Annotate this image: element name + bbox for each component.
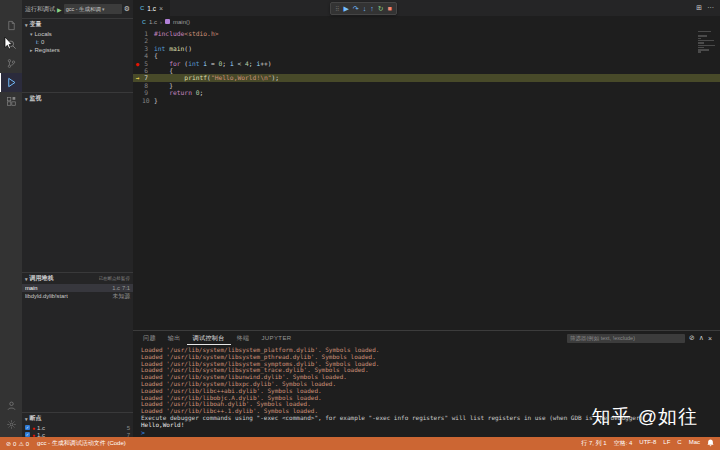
line-number: 5: [142, 60, 154, 67]
breadcrumb[interactable]: C 1.c › main(): [133, 16, 720, 27]
editor-tab-bar: C 1.c × ⊞ ⋯: [133, 0, 720, 16]
close-tab-icon[interactable]: ×: [159, 5, 163, 12]
stack-frame[interactable]: main1.c7:1: [22, 284, 133, 292]
settings-icon[interactable]: [0, 415, 22, 434]
maximize-panel-icon[interactable]: ∧: [699, 334, 704, 342]
code-line[interactable]: ●5 for (int i = 0; i < 4; i++): [133, 60, 720, 67]
code-token: ;: [222, 60, 230, 67]
code-line[interactable]: 2: [133, 37, 720, 44]
more-actions-icon[interactable]: ⋯: [707, 4, 714, 12]
code-editor[interactable]: 1#include<stdio.h>23int main()4{●5 for (…: [133, 27, 720, 330]
console-prompt-icon: >: [141, 429, 145, 437]
status-item-1[interactable]: 空格: 4: [614, 439, 633, 448]
continue-button[interactable]: ▶: [343, 5, 348, 12]
debug-config-dropdown[interactable]: gcc - 生成和调 ▾: [64, 4, 122, 14]
status-item-5[interactable]: Mac: [689, 439, 700, 448]
locals-group[interactable]: ▾ Locals: [22, 30, 133, 38]
source-control-icon[interactable]: [0, 54, 22, 73]
console-input[interactable]: >: [133, 429, 720, 437]
code-line[interactable]: 8 }: [133, 82, 720, 89]
code-token: [154, 60, 169, 67]
frame-file: 1.c: [112, 285, 120, 291]
chevron-down-icon: ▾: [25, 276, 28, 282]
code-token: int: [188, 60, 199, 67]
bell-icon[interactable]: [707, 439, 714, 448]
registers-group[interactable]: ▸ Registers: [22, 46, 133, 54]
gutter: [133, 30, 142, 37]
line-number: 6: [142, 67, 154, 74]
tab-1c[interactable]: C 1.c ×: [133, 0, 170, 16]
breakpoint-item[interactable]: ✓●1.c5: [22, 424, 133, 431]
registers-label: Registers: [35, 47, 60, 53]
code-line[interactable]: →7 printf("Hello,World!\n");: [133, 74, 720, 81]
code-line[interactable]: 6 {: [133, 67, 720, 74]
code-line[interactable]: 9 return 0;: [133, 89, 720, 96]
panel-tab-2[interactable]: 调试控制台: [187, 331, 231, 345]
panel-tab-4[interactable]: JUPYTER: [255, 331, 297, 345]
code-line[interactable]: 3int main(): [133, 45, 720, 52]
code-line[interactable]: 10}: [133, 97, 720, 104]
breakpoints-section: ▾ 断点 ✓●1.c5✓●1.c7: [22, 412, 133, 437]
problems-status[interactable]: ⊘ 0 ⚠ 0: [6, 440, 29, 447]
close-panel-icon[interactable]: ×: [708, 335, 712, 342]
c-file-icon: C: [140, 5, 144, 11]
frame-position: 7:1: [122, 285, 130, 291]
code-token: (): [184, 45, 192, 52]
step-over-button[interactable]: ↷: [353, 5, 359, 12]
gutter: [133, 97, 142, 104]
extensions-icon[interactable]: [0, 92, 22, 111]
variables-header[interactable]: ▾ 变量: [22, 19, 133, 30]
panel-tab-0[interactable]: 问题: [137, 331, 162, 345]
stack-frame[interactable]: libdyld.dylib!start未知源: [22, 292, 133, 300]
breadcrumb-file[interactable]: 1.c: [149, 19, 157, 25]
variables-section: ▾ 变量 ▾ Locals i:0 ▸ Registers: [22, 18, 133, 92]
gear-icon[interactable]: ⚙: [124, 5, 130, 13]
minimap[interactable]: [696, 30, 718, 54]
chevron-right-icon: ▸: [30, 47, 33, 53]
variable-item[interactable]: i:0: [22, 38, 133, 46]
code-line[interactable]: 1#include<stdio.h>: [133, 30, 720, 37]
chevron-down-icon: ▾: [25, 96, 28, 102]
step-into-button[interactable]: ↓: [363, 5, 367, 12]
split-editor-icon[interactable]: ⊞: [696, 4, 702, 12]
panel-tab-3[interactable]: 终端: [231, 331, 256, 345]
explorer-icon[interactable]: [0, 16, 22, 35]
vscode-window: 运行和调试 ▶ gcc - 生成和调 ▾ ⚙ ▾ 变量 ▾ Locals i:0: [0, 0, 720, 450]
code-text: }: [154, 82, 173, 89]
panel-tab-1[interactable]: 输出: [162, 331, 187, 345]
breadcrumb-symbol[interactable]: main(): [173, 19, 190, 25]
clear-console-icon[interactable]: ⊘: [689, 334, 695, 342]
line-number: 10: [142, 97, 154, 104]
status-item-2[interactable]: UTF-8: [639, 439, 656, 448]
code-token: [154, 89, 169, 96]
status-item-4[interactable]: C: [677, 439, 681, 448]
breakpoints-title: 断点: [30, 414, 42, 423]
watch-header[interactable]: ▾ 监视: [22, 93, 133, 104]
console-filter-input[interactable]: [567, 334, 685, 343]
call-stack-list: main1.c7:1libdyld.dylib!start未知源: [22, 284, 133, 300]
stop-button[interactable]: ■: [388, 5, 392, 12]
status-item-0[interactable]: 行 7, 列 1: [581, 439, 606, 448]
code-token: );: [272, 74, 280, 81]
run-and-debug-icon[interactable]: [0, 73, 22, 92]
drag-handle-icon[interactable]: ⠿: [335, 5, 339, 12]
start-debugging-button[interactable]: ▶: [57, 6, 62, 13]
line-number: 3: [142, 45, 154, 52]
warning-count: 0: [26, 441, 29, 447]
breakpoint-dot-icon[interactable]: ●: [136, 61, 139, 67]
restart-button[interactable]: ↻: [378, 5, 384, 12]
breakpoint-checkbox[interactable]: ✓: [25, 425, 30, 430]
debug-config-label: gcc - 生成和调: [66, 6, 101, 13]
debug-target-status[interactable]: gcc - 生成和调试活动文件 (Code): [37, 439, 126, 448]
breakpoints-header[interactable]: ▾ 断点: [22, 413, 133, 424]
minimap-line: [698, 38, 701, 39]
account-icon[interactable]: [0, 396, 22, 415]
code-token: return: [169, 89, 192, 96]
variable-value: 0: [41, 39, 44, 45]
call-stack-header[interactable]: ▾ 调用堆栈 已在断点处暂停: [22, 273, 133, 284]
code-line[interactable]: 4{: [133, 52, 720, 59]
step-out-button[interactable]: ↑: [370, 5, 374, 12]
code-token: [154, 74, 184, 81]
status-item-3[interactable]: LF: [663, 439, 670, 448]
minimap-line: [698, 42, 704, 43]
